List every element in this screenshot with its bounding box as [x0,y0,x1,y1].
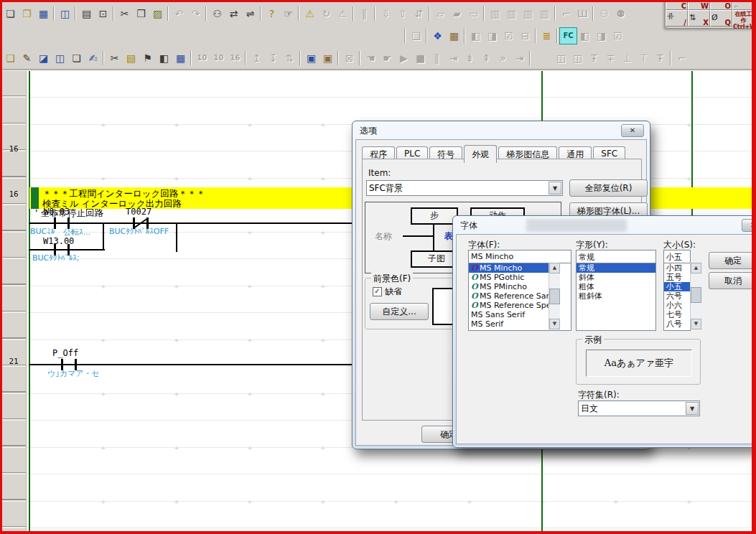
insert-rung-above-icon[interactable]: ↥ [248,50,265,66]
font-list-item[interactable]: OMS Reference Sans [469,291,560,301]
view-diagram-icon[interactable]: ❏ [2,50,19,66]
rung-number[interactable]: 21 [3,357,24,366]
set-layers-icon[interactable]: ❖ [429,28,446,44]
default-checkbox-label[interactable]: 缺省 [385,286,402,298]
step-run-icon[interactable]: ⇥ [445,50,462,66]
paste-icon[interactable]: ▨ [149,6,166,22]
coil-icon[interactable]: Ø Q [710,10,732,27]
decimal-display-icon[interactable]: 10 [194,50,210,66]
reset-all-button[interactable]: 全部复位(R) [569,179,648,197]
size-list-item[interactable]: 七号 [664,310,690,319]
section-delete-icon[interactable]: ◨ [484,28,500,44]
save-project-icon[interactable]: ▦ [35,6,52,22]
scroll-up-icon[interactable]: ▲ [691,263,701,273]
print-icon[interactable]: ▤ [78,6,95,22]
transfer-to-plc-icon[interactable]: ⇩ [378,6,394,22]
work-online-simulator-icon[interactable]: ▣ [319,50,336,66]
transfer-from-plc-icon[interactable]: ⇧ [394,6,411,22]
step-out-icon[interactable]: ⇞ [478,50,495,66]
print-preview-icon[interactable]: ⊡ [95,6,111,22]
force-set-icon[interactable]: ❑ [408,28,424,44]
item-combobox[interactable]: SFC背景 ▼ [366,180,563,196]
pause-program-icon[interactable]: ☚ [363,50,379,66]
monitor-chart-icon[interactable]: ◪ [35,50,52,66]
size-list-item[interactable]: 八号 [664,319,690,329]
context-help-icon[interactable]: ☞ [280,6,297,22]
io-table-icon[interactable]: ▥ [487,6,503,22]
run-icon[interactable]: ▶ [396,50,412,66]
size-list-item[interactable]: 五号 [664,273,690,282]
change-all-icon[interactable]: ⇌ [242,6,258,22]
copy-icon[interactable]: ❒ [133,6,149,22]
nc-contact-icon[interactable]: -|/|- / [666,10,688,27]
sfc-divergence-icon[interactable]: Ŧ [586,50,602,66]
sfc-subchart-icon[interactable]: Ŧ [652,50,668,66]
font-list-item[interactable]: MS Sans Serif [469,310,560,319]
replace-icon[interactable]: ⇄ [225,6,242,22]
page-delete-icon[interactable]: ◨ [593,28,610,44]
sfc-parallel-convergence-icon[interactable]: ⊤ [635,50,652,66]
symbol-tree-icon[interactable]: ≣ [538,28,555,44]
differential-trace-icon[interactable]: ⌐ [558,6,574,22]
font-list-scrollbar[interactable]: ▲ ▼ [549,263,560,329]
font-size-input[interactable]: 小五 [663,250,691,263]
sfc-step-icon[interactable]: ◫ [553,50,569,66]
properties-icon[interactable]: ✍ [85,50,101,66]
signed-decimal-display-icon[interactable]: 10 [210,50,227,66]
plc-settings-icon[interactable]: ▥ [503,6,520,22]
cancel-online-edit-icon[interactable]: ▭ [465,6,482,22]
memory-card-icon[interactable]: ▥ [520,6,536,22]
find-error-icon[interactable]: ⚠ [335,6,351,22]
rung-number[interactable]: 16 [3,189,24,199]
online-edit-icon[interactable]: ▱ [432,6,449,22]
tile-windows-icon[interactable]: ❏ [68,50,85,66]
stop-icon[interactable]: ■ [412,50,429,66]
font-list-item[interactable]: OMS PMincho [469,282,560,291]
help-icon[interactable]: ? [263,6,280,22]
section-ok-icon[interactable]: ☑ [500,28,517,44]
default-checkbox[interactable]: ✓ [373,287,382,296]
cut-icon[interactable]: ✂ [116,6,133,22]
section-cut-icon[interactable]: ✂ [106,50,123,66]
chevron-down-icon[interactable]: ▼ [549,182,561,195]
cx-simulator-icon[interactable]: ⚇ [596,6,612,22]
simulator-online-icon[interactable]: ⚉ [612,6,629,22]
monitor-off-icon[interactable]: ⊠ [341,50,358,66]
compare-with-plc-icon[interactable]: ⇵ [411,6,427,22]
sfc-transition-icon[interactable]: ◫ [569,50,586,66]
nc-contact-vertical-icon[interactable]: ⇅ X [688,10,710,27]
pause-monitor-icon[interactable]: ‖ [356,6,373,22]
sfc-convergence-icon[interactable]: ⊥ [619,50,635,66]
page-setup-preview-icon[interactable]: ◫ [57,6,73,22]
new-document-icon[interactable]: ❏ [2,6,19,22]
time-chart-icon[interactable]: Ш [574,6,591,22]
scroll-down-icon[interactable]: ▼ [549,319,560,329]
size-list-item[interactable]: 小五 [664,282,690,291]
compile-check-icon[interactable]: ⚠ [302,6,318,22]
scroll-thumb[interactable] [549,289,560,304]
page-edit-icon[interactable]: ◧ [577,28,593,44]
fc-ladder-view-icon[interactable]: FC [560,28,577,44]
online-refresh-icon[interactable]: ↻ [318,6,335,22]
scroll-up-icon[interactable]: ▲ [549,263,560,273]
sfc-parallel-divergence-icon[interactable]: ∓ [602,50,619,66]
size-list-item[interactable]: 小四 [664,263,690,273]
rung-number[interactable]: 16 [3,144,24,154]
style-list-item[interactable]: 粗体 [577,282,655,291]
hex-display-icon[interactable]: 16 [227,50,243,66]
style-list-item[interactable]: 常规 [577,263,655,273]
size-list-item[interactable]: 小六 [664,301,690,310]
rung-margin[interactable] [2,71,27,532]
custom-color-button[interactable]: 自定义... [370,303,429,320]
size-list-scrollbar[interactable]: ▲ ▼ [690,263,701,329]
font-list-item[interactable]: MS Serif [469,319,560,329]
font-name-input[interactable]: MS Mincho [468,250,571,263]
size-list-item[interactable]: 六号 [664,291,690,301]
chevron-down-icon[interactable]: ▼ [686,402,699,415]
options-tab[interactable]: 外观 [464,145,497,163]
scroll-thumb[interactable] [691,287,701,303]
insert-rung-below-icon[interactable]: ↧ [265,50,281,66]
font-list-item[interactable]: OMS Mincho [469,263,560,273]
watch-window-icon[interactable]: ◧ [156,50,172,66]
section-insert-icon[interactable]: ◧ [467,28,484,44]
